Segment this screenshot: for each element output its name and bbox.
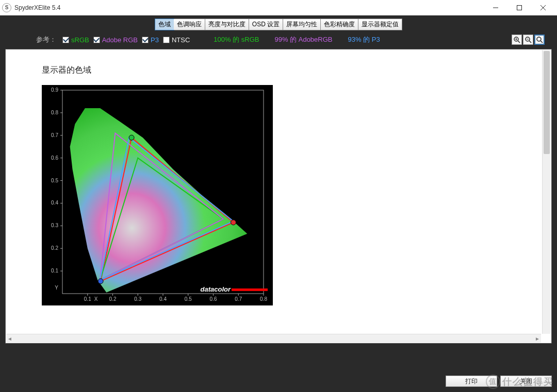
app-body: 色域 色调响应 亮度与对比度 OSD 设置 屏幕均匀性 色彩精确度 显示器额定值… — [0, 15, 557, 392]
svg-rect-1 — [517, 5, 522, 10]
chart-svg: 0.10.20.30.40.50.60.70.80.10.20.30.40.50… — [42, 85, 273, 305]
ref-adobergb[interactable]: Adobe RGB — [93, 36, 138, 44]
content-scroll[interactable]: 显示器的色域 0.10.20.30.40.50.60.70.80.10.20.3… — [6, 49, 551, 335]
svg-text:0.9: 0.9 — [51, 87, 58, 93]
tab-accuracy[interactable]: 色彩精确度 — [321, 19, 358, 30]
svg-text:0.5: 0.5 — [51, 178, 58, 183]
svg-text:0.7: 0.7 — [51, 132, 58, 138]
zoom-out-button[interactable] — [523, 35, 533, 45]
window-title: SpyderXElite 5.4 — [14, 4, 484, 11]
svg-point-11 — [537, 37, 541, 41]
ref-p3[interactable]: P3 — [142, 36, 159, 44]
svg-point-55 — [231, 220, 236, 225]
content-panel: 显示器的色域 0.10.20.30.40.50.60.70.80.10.20.3… — [5, 49, 552, 344]
tabs: 色域 色调响应 亮度与对比度 OSD 设置 屏幕均匀性 色彩精确度 显示器额定值 — [155, 19, 402, 30]
svg-text:Y: Y — [55, 285, 58, 291]
svg-text:0.2: 0.2 — [51, 245, 58, 251]
tab-brightness[interactable]: 亮度与对比度 — [205, 19, 249, 30]
svg-point-57 — [98, 279, 103, 284]
zoom-buttons — [512, 35, 545, 45]
svg-line-5 — [518, 41, 520, 43]
zoom-fit-button[interactable] — [534, 35, 545, 45]
svg-text:0.4: 0.4 — [159, 296, 167, 302]
gamut-chart: 0.10.20.30.40.50.60.70.80.10.20.30.40.50… — [42, 85, 273, 305]
result-p3: 93% 的 P3 — [348, 35, 380, 44]
checkbox-srgb[interactable] — [62, 37, 69, 43]
svg-text:0.3: 0.3 — [134, 296, 141, 302]
tab-tone[interactable]: 色调响应 — [174, 19, 205, 30]
zoom-in-button[interactable] — [512, 35, 522, 45]
brand-logo: datacolor — [200, 285, 268, 293]
svg-marker-14 — [70, 108, 248, 293]
svg-text:0.2: 0.2 — [109, 296, 117, 302]
app-icon: S — [2, 3, 11, 12]
tab-rating[interactable]: 显示器额定值 — [358, 19, 402, 30]
checkbox-p3[interactable] — [142, 37, 149, 43]
svg-line-9 — [529, 41, 531, 43]
svg-point-56 — [129, 135, 134, 140]
svg-text:0.6: 0.6 — [51, 155, 58, 161]
svg-text:0.1: 0.1 — [84, 296, 91, 302]
ref-srgb[interactable]: sRGB — [62, 36, 89, 44]
maximize-button[interactable] — [507, 0, 531, 15]
svg-text:0.5: 0.5 — [185, 296, 192, 302]
tab-osd[interactable]: OSD 设置 — [249, 19, 283, 30]
close-button[interactable] — [531, 0, 555, 15]
ref-ntsc[interactable]: NTSC — [163, 36, 190, 44]
footer-row: 打印 关闭 — [446, 376, 552, 387]
minimize-button[interactable] — [484, 0, 507, 15]
svg-text:0.7: 0.7 — [235, 296, 242, 302]
print-button[interactable]: 打印 — [446, 376, 497, 387]
checkbox-ntsc[interactable] — [163, 37, 170, 43]
tab-uniformity[interactable]: 屏幕均匀性 — [283, 19, 321, 30]
svg-text:0.1: 0.1 — [51, 268, 58, 274]
horizontal-scrollbar[interactable]: ◄► — [6, 334, 541, 343]
window-titlebar: S SpyderXElite 5.4 — [0, 0, 557, 15]
svg-text:0.4: 0.4 — [51, 200, 58, 206]
result-adobergb: 99% 的 AdobeRGB — [275, 35, 333, 44]
svg-text:0.8: 0.8 — [51, 110, 58, 115]
tabs-row: 色域 色调响应 亮度与对比度 OSD 设置 屏幕均匀性 色彩精确度 显示器额定值 — [5, 19, 552, 30]
close-app-button[interactable]: 关闭 — [500, 376, 552, 387]
svg-text:0.6: 0.6 — [210, 296, 217, 302]
chart-title: 显示器的色域 — [42, 65, 551, 76]
vertical-scrollbar[interactable] — [542, 50, 551, 334]
svg-text:0.3: 0.3 — [51, 223, 58, 228]
checkbox-adobergb[interactable] — [93, 37, 100, 43]
svg-text:X: X — [94, 296, 98, 302]
svg-line-12 — [540, 41, 543, 43]
reference-label: 参考： — [36, 35, 56, 44]
svg-text:0.8: 0.8 — [260, 296, 267, 302]
reference-row: 参考： sRGB Adobe RGB P3 NTSC 100% 的 sRGB 9… — [5, 30, 552, 49]
tab-gamut[interactable]: 色域 — [155, 19, 174, 30]
result-srgb: 100% 的 sRGB — [214, 35, 259, 44]
